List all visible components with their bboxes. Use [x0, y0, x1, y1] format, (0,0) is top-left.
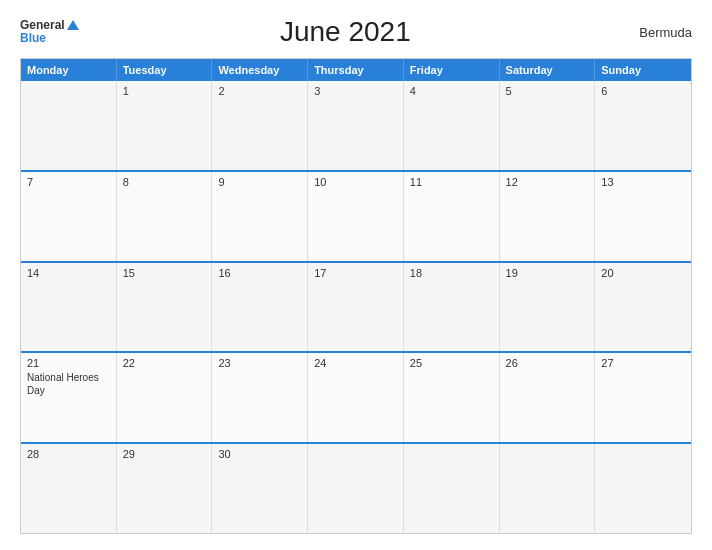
day-9: 9: [212, 172, 308, 261]
page-header: General Blue June 2021 Bermuda: [20, 16, 692, 48]
day-23: 23: [212, 353, 308, 442]
header-tuesday: Tuesday: [117, 59, 213, 81]
day-27: 27: [595, 353, 691, 442]
day-19: 19: [500, 263, 596, 352]
header-monday: Monday: [21, 59, 117, 81]
day-20: 20: [595, 263, 691, 352]
calendar-week-4: 21 National Heroes Day 22 23 24 25 26 27: [21, 351, 691, 442]
day-14: 14: [21, 263, 117, 352]
day-25: 25: [404, 353, 500, 442]
logo-triangle-icon: [67, 20, 79, 30]
day-2: 2: [212, 81, 308, 170]
day-1: 1: [117, 81, 213, 170]
calendar-title: June 2021: [79, 16, 612, 48]
day-17: 17: [308, 263, 404, 352]
day-26: 26: [500, 353, 596, 442]
day-empty-2: [308, 444, 404, 533]
header-thursday: Thursday: [308, 59, 404, 81]
day-22: 22: [117, 353, 213, 442]
calendar-week-5: 28 29 30: [21, 442, 691, 533]
day-empty-4: [500, 444, 596, 533]
calendar-week-2: 7 8 9 10 11 12 13: [21, 170, 691, 261]
day-6: 6: [595, 81, 691, 170]
day-21: 21 National Heroes Day: [21, 353, 117, 442]
calendar-header-row: Monday Tuesday Wednesday Thursday Friday…: [21, 59, 691, 81]
calendar-week-3: 14 15 16 17 18 19 20: [21, 261, 691, 352]
day-10: 10: [308, 172, 404, 261]
logo: General Blue: [20, 19, 79, 45]
day-8: 8: [117, 172, 213, 261]
calendar-week-1: 1 2 3 4 5 6: [21, 81, 691, 170]
calendar-grid: Monday Tuesday Wednesday Thursday Friday…: [20, 58, 692, 534]
day-3: 3: [308, 81, 404, 170]
day-empty-1: [21, 81, 117, 170]
day-empty-3: [404, 444, 500, 533]
day-11: 11: [404, 172, 500, 261]
day-29: 29: [117, 444, 213, 533]
day-30: 30: [212, 444, 308, 533]
day-15: 15: [117, 263, 213, 352]
day-24: 24: [308, 353, 404, 442]
header-saturday: Saturday: [500, 59, 596, 81]
day-18: 18: [404, 263, 500, 352]
header-sunday: Sunday: [595, 59, 691, 81]
day-7: 7: [21, 172, 117, 261]
day-empty-5: [595, 444, 691, 533]
day-4: 4: [404, 81, 500, 170]
calendar-page: General Blue June 2021 Bermuda Monday Tu…: [0, 0, 712, 550]
day-5: 5: [500, 81, 596, 170]
region-label: Bermuda: [612, 25, 692, 40]
logo-blue-text: Blue: [20, 32, 79, 45]
header-friday: Friday: [404, 59, 500, 81]
event-national-heroes-day: National Heroes Day: [27, 371, 110, 397]
calendar-body: 1 2 3 4 5 6 7 8 9 10 11 12 13 14 15: [21, 81, 691, 533]
day-13: 13: [595, 172, 691, 261]
day-16: 16: [212, 263, 308, 352]
header-wednesday: Wednesday: [212, 59, 308, 81]
day-28: 28: [21, 444, 117, 533]
day-12: 12: [500, 172, 596, 261]
